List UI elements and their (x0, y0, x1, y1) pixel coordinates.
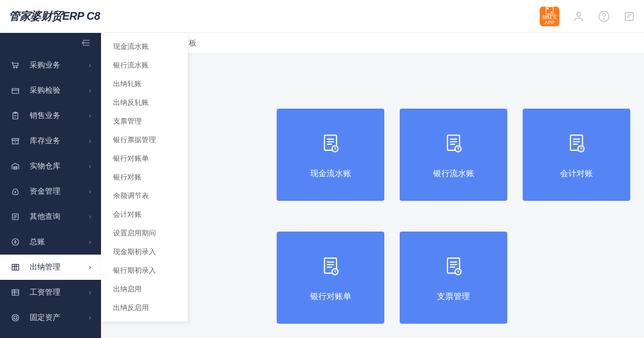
moneybag-icon (10, 187, 21, 196)
notes-icon[interactable] (623, 10, 635, 22)
app-logo: 管家婆财贸ERP C8 (9, 9, 100, 24)
submenu-item-14[interactable]: 出纳反启用 (101, 298, 188, 317)
sidebar-item-8[interactable]: 出纳管理› (0, 255, 101, 280)
app-badge-label: 物联宝 APP (542, 15, 557, 26)
logo-sub: 财贸ERP (41, 10, 84, 22)
topbar: 管家婆财贸ERP C8 物联宝 APP (0, 0, 644, 33)
submenu-popup: 现金流水账银行流水账出纳轧账出纳反轧账支票管理银行票据管理银行对账单银行对账余额… (101, 33, 188, 322)
svg-point-4 (14, 67, 15, 68)
collapse-icon (81, 38, 91, 48)
sidebar-item-10[interactable]: 固定资产› (0, 305, 101, 330)
warehouse-icon (10, 161, 21, 171)
document-gear-icon (318, 131, 343, 155)
sidebar-item-4[interactable]: 实物仓库› (0, 154, 101, 179)
sidebar-collapse[interactable] (0, 33, 101, 53)
sidebar-item-0[interactable]: 采购业务› (0, 53, 101, 78)
submenu-item-6[interactable]: 银行对账单 (101, 149, 188, 168)
sidebar-item-3[interactable]: 库存业务› (0, 128, 101, 154)
chevron-right-icon: › (89, 61, 91, 69)
card-0[interactable]: 现金流水账 (277, 109, 384, 201)
sidebar-item-label: 销售业务 (30, 111, 60, 121)
sidebar-item-6[interactable]: 其他查询› (0, 204, 101, 229)
submenu-item-8[interactable]: 余额调节表 (101, 187, 188, 205)
submenu-item-12[interactable]: 银行期初录入 (101, 261, 188, 280)
breadcrumb-text: 板 (189, 38, 197, 48)
main-content: 现金流水账银行流水账出纳轧账出纳反轧账支票管理银行票据管理银行对账单银行对账余额… (101, 33, 644, 338)
list-icon (10, 212, 21, 222)
sidebar-item-7[interactable]: 总账› (0, 229, 101, 255)
target-icon (10, 313, 21, 323)
clipboard-icon (10, 111, 21, 121)
sidebar-item-label: 总账 (30, 237, 45, 247)
archive-icon (10, 136, 21, 146)
qr-icon (546, 7, 553, 14)
sidebar-item-label: 采购业务 (30, 60, 60, 70)
help-icon[interactable] (598, 10, 610, 22)
submenu-item-4[interactable]: 支票管理 (101, 112, 188, 131)
document-gear-icon (441, 131, 466, 155)
sidebar-item-label: 其他查询 (30, 212, 60, 222)
sidebar-item-label: 出纳管理 (30, 262, 60, 272)
card-label: 银行对账单 (310, 291, 351, 302)
submenu-item-11[interactable]: 现金期初录入 (101, 243, 188, 261)
sidebar-item-label: 资金管理 (30, 187, 60, 196)
sidebar-item-5[interactable]: 资金管理› (0, 179, 101, 204)
chevron-right-icon: › (89, 137, 91, 145)
document-gear-icon (564, 131, 589, 155)
svg-rect-3 (625, 12, 634, 20)
submenu-item-9[interactable]: 会计对账 (101, 205, 188, 224)
cards-grid: 现金流水账银行流水账会计对账银行对账单支票管理 (277, 54, 644, 324)
svg-rect-7 (13, 113, 18, 119)
card-label: 会计对账 (560, 168, 593, 179)
chevron-right-icon: › (89, 87, 91, 94)
svg-point-2 (603, 18, 604, 19)
sidebar-item-label: 固定资产 (30, 313, 60, 323)
svg-point-18 (15, 317, 16, 318)
cart-icon (10, 60, 21, 70)
chevron-right-icon: › (89, 188, 91, 195)
chevron-right-icon: › (89, 112, 91, 120)
submenu-item-7[interactable]: 银行对账 (101, 168, 188, 187)
card-2[interactable]: 会计对账 (523, 109, 630, 201)
sidebar-item-1[interactable]: 采购检验› (0, 78, 101, 103)
box-icon (10, 86, 21, 95)
submenu-item-10[interactable]: 设置启用期间 (101, 224, 188, 243)
chevron-right-icon: › (89, 314, 91, 322)
card-label: 现金流水账 (310, 168, 351, 179)
user-icon[interactable] (573, 10, 585, 22)
chevron-right-icon: › (89, 289, 91, 296)
svg-point-5 (16, 67, 17, 68)
submenu-item-2[interactable]: 出纳轧账 (101, 75, 188, 93)
sidebar-item-label: 工资管理 (30, 288, 60, 297)
svg-rect-15 (12, 290, 19, 296)
logo-main: 管家婆 (9, 10, 41, 22)
submenu-item-13[interactable]: 出纳启用 (101, 280, 188, 298)
table-icon (10, 288, 21, 297)
sidebar-item-9[interactable]: 工资管理› (0, 280, 101, 305)
sidebar-item-label: 实物仓库 (30, 161, 60, 171)
sidebar-item-label: 采购检验 (30, 86, 60, 95)
submenu-item-5[interactable]: 银行票据管理 (101, 131, 188, 149)
card-4[interactable]: 支票管理 (400, 232, 507, 324)
sidebar-nav: 采购业务›采购检验›销售业务›库存业务›实物仓库›资金管理›其他查询›总账›出纳… (0, 53, 101, 338)
coin-icon (10, 237, 21, 247)
card-label: 银行流水账 (433, 168, 474, 179)
submenu-item-3[interactable]: 出纳反轧账 (101, 93, 188, 112)
grid-icon (10, 262, 21, 272)
chevron-right-icon: › (89, 162, 91, 170)
card-3[interactable]: 银行对账单 (277, 232, 384, 324)
app-badge[interactable]: 物联宝 APP (540, 7, 559, 26)
chevron-right-icon: › (89, 263, 91, 271)
submenu-item-1[interactable]: 银行流水账 (101, 56, 188, 75)
card-1[interactable]: 银行流水账 (400, 109, 507, 201)
sidebar-item-label: 库存业务 (30, 136, 60, 146)
submenu-item-0[interactable]: 现金流水账 (101, 37, 188, 56)
sidebar-item-2[interactable]: 销售业务› (0, 103, 101, 128)
document-gear-icon (441, 254, 466, 278)
document-gear-icon (318, 254, 343, 278)
topbar-actions: 物联宝 APP (540, 7, 635, 26)
svg-rect-14 (12, 264, 19, 271)
chevron-right-icon: › (89, 238, 91, 246)
card-label: 支票管理 (437, 291, 470, 302)
logo-version: C8 (86, 10, 100, 22)
